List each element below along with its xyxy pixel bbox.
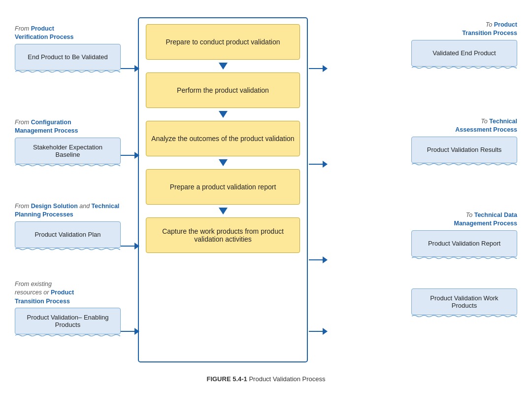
left-box-validation-plan: Product Validation Plan [15, 221, 121, 248]
process-box-2: Perform the product validation [146, 72, 300, 108]
down-arrow-1 [146, 63, 300, 70]
right-section-2: To TechnicalAssessment Process Product V… [411, 117, 517, 163]
down-arrow-2 [146, 111, 300, 118]
arrow-left2-center [121, 152, 139, 159]
right-section-1: To ProductTransition Process Validated E… [411, 21, 517, 67]
arrow-center-right1 [309, 65, 328, 72]
process-box-3: Analyze the outcomes of the product vali… [146, 121, 300, 156]
from-label-3: From Design Solution and TechnicalPlanni… [15, 202, 121, 219]
left-section-4: From existingresources or ProductTransit… [15, 280, 121, 335]
right-box-work-products: Product Validation Work Products [411, 288, 517, 315]
diagram-wrapper: From ProductVerification Process End Pro… [15, 10, 517, 385]
right-section-3: To Technical DataManagement Process Prod… [411, 211, 517, 257]
right-box-validation-results: Product Validation Results [411, 137, 517, 163]
process-box-4: Prepare a product validation report [146, 169, 300, 205]
from-label-1: From ProductVerification Process [15, 25, 121, 42]
left-box-enabling-products: Product Validation– Enabling Products [15, 308, 121, 334]
right-section-4: Product Validation Work Products [411, 288, 517, 315]
process-box-1: Prepare to conduct product validation [146, 24, 300, 60]
figure-caption: FIGURE 5.4-1 Product Validation Process [206, 375, 325, 383]
from-label-2: From ConfigurationManagement Process [15, 118, 121, 136]
left-section-1: From ProductVerification Process End Pro… [15, 25, 121, 71]
left-section-2: From ConfigurationManagement Process Sta… [15, 118, 121, 164]
arrow-center-right4 [309, 328, 328, 335]
arrow-center-right2 [309, 161, 328, 168]
left-box-end-product: End Product to Be Validated [15, 44, 121, 71]
right-box-validation-report: Product Validation Report [411, 230, 517, 257]
to-label-2: To TechnicalAssessment Process [411, 117, 517, 135]
left-section-3: From Design Solution and TechnicalPlanni… [15, 202, 121, 248]
arrow-left3-center [121, 243, 139, 250]
left-box-stakeholder: Stakeholder Expectation Baseline [15, 138, 121, 164]
right-box-validated-end-product: Validated End Product [411, 40, 517, 67]
arrow-left1-center [121, 65, 139, 72]
process-box-5: Capture the work products from product v… [146, 217, 300, 253]
center-column: Prepare to conduct product validation Pe… [138, 17, 308, 362]
to-label-1: To ProductTransition Process [411, 21, 517, 38]
down-arrow-4 [146, 208, 300, 215]
arrow-left4-center [121, 328, 139, 335]
to-label-3: To Technical DataManagement Process [411, 211, 517, 228]
down-arrow-3 [146, 159, 300, 166]
from-label-4: From existingresources or ProductTransit… [15, 280, 121, 306]
arrow-center-right3 [309, 256, 328, 263]
